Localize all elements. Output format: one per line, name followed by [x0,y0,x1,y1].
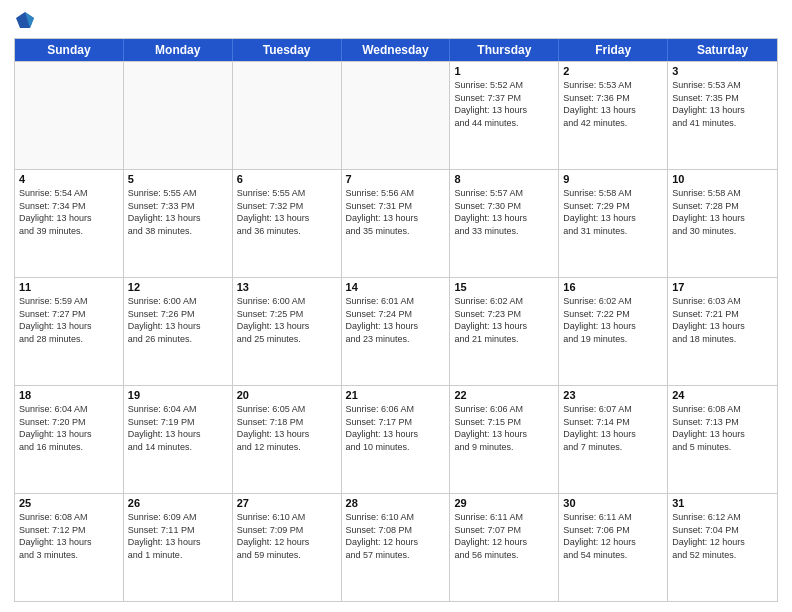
day-info: Sunrise: 6:02 AM Sunset: 7:22 PM Dayligh… [563,295,663,345]
weekday-header: Wednesday [342,39,451,61]
day-number: 28 [346,497,446,509]
weekday-header: Sunday [15,39,124,61]
calendar: SundayMondayTuesdayWednesdayThursdayFrid… [14,38,778,602]
calendar-cell: 30Sunrise: 6:11 AM Sunset: 7:06 PM Dayli… [559,494,668,601]
calendar-cell [15,62,124,169]
day-info: Sunrise: 6:08 AM Sunset: 7:13 PM Dayligh… [672,403,773,453]
calendar-row: 18Sunrise: 6:04 AM Sunset: 7:20 PM Dayli… [15,385,777,493]
calendar-cell: 21Sunrise: 6:06 AM Sunset: 7:17 PM Dayli… [342,386,451,493]
calendar-cell: 19Sunrise: 6:04 AM Sunset: 7:19 PM Dayli… [124,386,233,493]
day-info: Sunrise: 5:56 AM Sunset: 7:31 PM Dayligh… [346,187,446,237]
calendar-cell: 2Sunrise: 5:53 AM Sunset: 7:36 PM Daylig… [559,62,668,169]
day-number: 25 [19,497,119,509]
header [14,10,778,32]
day-number: 14 [346,281,446,293]
day-number: 1 [454,65,554,77]
day-number: 30 [563,497,663,509]
day-info: Sunrise: 5:57 AM Sunset: 7:30 PM Dayligh… [454,187,554,237]
day-number: 17 [672,281,773,293]
logo [14,10,40,32]
day-number: 21 [346,389,446,401]
calendar-cell: 12Sunrise: 6:00 AM Sunset: 7:26 PM Dayli… [124,278,233,385]
day-number: 31 [672,497,773,509]
calendar-cell: 29Sunrise: 6:11 AM Sunset: 7:07 PM Dayli… [450,494,559,601]
calendar-cell [233,62,342,169]
day-number: 8 [454,173,554,185]
calendar-row: 1Sunrise: 5:52 AM Sunset: 7:37 PM Daylig… [15,61,777,169]
calendar-cell: 23Sunrise: 6:07 AM Sunset: 7:14 PM Dayli… [559,386,668,493]
calendar-cell: 24Sunrise: 6:08 AM Sunset: 7:13 PM Dayli… [668,386,777,493]
day-number: 20 [237,389,337,401]
day-number: 15 [454,281,554,293]
day-number: 10 [672,173,773,185]
calendar-cell: 5Sunrise: 5:55 AM Sunset: 7:33 PM Daylig… [124,170,233,277]
calendar-cell: 11Sunrise: 5:59 AM Sunset: 7:27 PM Dayli… [15,278,124,385]
calendar-cell: 8Sunrise: 5:57 AM Sunset: 7:30 PM Daylig… [450,170,559,277]
calendar-cell: 28Sunrise: 6:10 AM Sunset: 7:08 PM Dayli… [342,494,451,601]
day-number: 9 [563,173,663,185]
calendar-cell: 13Sunrise: 6:00 AM Sunset: 7:25 PM Dayli… [233,278,342,385]
day-info: Sunrise: 6:04 AM Sunset: 7:20 PM Dayligh… [19,403,119,453]
calendar-cell: 14Sunrise: 6:01 AM Sunset: 7:24 PM Dayli… [342,278,451,385]
day-info: Sunrise: 5:55 AM Sunset: 7:32 PM Dayligh… [237,187,337,237]
day-info: Sunrise: 5:52 AM Sunset: 7:37 PM Dayligh… [454,79,554,129]
day-info: Sunrise: 5:53 AM Sunset: 7:35 PM Dayligh… [672,79,773,129]
day-number: 13 [237,281,337,293]
weekday-header: Friday [559,39,668,61]
calendar-cell: 27Sunrise: 6:10 AM Sunset: 7:09 PM Dayli… [233,494,342,601]
calendar-cell [342,62,451,169]
calendar-cell: 18Sunrise: 6:04 AM Sunset: 7:20 PM Dayli… [15,386,124,493]
day-number: 7 [346,173,446,185]
calendar-cell: 3Sunrise: 5:53 AM Sunset: 7:35 PM Daylig… [668,62,777,169]
page: SundayMondayTuesdayWednesdayThursdayFrid… [0,0,792,612]
calendar-cell: 7Sunrise: 5:56 AM Sunset: 7:31 PM Daylig… [342,170,451,277]
day-info: Sunrise: 5:53 AM Sunset: 7:36 PM Dayligh… [563,79,663,129]
calendar-row: 25Sunrise: 6:08 AM Sunset: 7:12 PM Dayli… [15,493,777,601]
calendar-cell: 16Sunrise: 6:02 AM Sunset: 7:22 PM Dayli… [559,278,668,385]
calendar-cell: 17Sunrise: 6:03 AM Sunset: 7:21 PM Dayli… [668,278,777,385]
day-number: 16 [563,281,663,293]
weekday-header: Thursday [450,39,559,61]
day-info: Sunrise: 6:09 AM Sunset: 7:11 PM Dayligh… [128,511,228,561]
day-info: Sunrise: 5:59 AM Sunset: 7:27 PM Dayligh… [19,295,119,345]
day-number: 11 [19,281,119,293]
calendar-cell: 9Sunrise: 5:58 AM Sunset: 7:29 PM Daylig… [559,170,668,277]
day-info: Sunrise: 6:00 AM Sunset: 7:26 PM Dayligh… [128,295,228,345]
calendar-header: SundayMondayTuesdayWednesdayThursdayFrid… [15,39,777,61]
day-info: Sunrise: 6:10 AM Sunset: 7:08 PM Dayligh… [346,511,446,561]
calendar-row: 11Sunrise: 5:59 AM Sunset: 7:27 PM Dayli… [15,277,777,385]
day-number: 27 [237,497,337,509]
calendar-row: 4Sunrise: 5:54 AM Sunset: 7:34 PM Daylig… [15,169,777,277]
day-number: 6 [237,173,337,185]
day-info: Sunrise: 6:10 AM Sunset: 7:09 PM Dayligh… [237,511,337,561]
day-number: 3 [672,65,773,77]
calendar-cell: 4Sunrise: 5:54 AM Sunset: 7:34 PM Daylig… [15,170,124,277]
calendar-cell: 10Sunrise: 5:58 AM Sunset: 7:28 PM Dayli… [668,170,777,277]
calendar-cell: 26Sunrise: 6:09 AM Sunset: 7:11 PM Dayli… [124,494,233,601]
calendar-cell: 25Sunrise: 6:08 AM Sunset: 7:12 PM Dayli… [15,494,124,601]
day-number: 26 [128,497,228,509]
day-number: 24 [672,389,773,401]
day-number: 23 [563,389,663,401]
day-info: Sunrise: 5:55 AM Sunset: 7:33 PM Dayligh… [128,187,228,237]
day-info: Sunrise: 6:12 AM Sunset: 7:04 PM Dayligh… [672,511,773,561]
day-info: Sunrise: 5:54 AM Sunset: 7:34 PM Dayligh… [19,187,119,237]
day-info: Sunrise: 6:03 AM Sunset: 7:21 PM Dayligh… [672,295,773,345]
calendar-cell [124,62,233,169]
day-number: 5 [128,173,228,185]
day-info: Sunrise: 6:11 AM Sunset: 7:06 PM Dayligh… [563,511,663,561]
calendar-cell: 15Sunrise: 6:02 AM Sunset: 7:23 PM Dayli… [450,278,559,385]
day-number: 4 [19,173,119,185]
day-info: Sunrise: 6:11 AM Sunset: 7:07 PM Dayligh… [454,511,554,561]
day-info: Sunrise: 6:06 AM Sunset: 7:15 PM Dayligh… [454,403,554,453]
day-number: 2 [563,65,663,77]
weekday-header: Tuesday [233,39,342,61]
calendar-cell: 1Sunrise: 5:52 AM Sunset: 7:37 PM Daylig… [450,62,559,169]
calendar-body: 1Sunrise: 5:52 AM Sunset: 7:37 PM Daylig… [15,61,777,601]
calendar-cell: 20Sunrise: 6:05 AM Sunset: 7:18 PM Dayli… [233,386,342,493]
day-number: 19 [128,389,228,401]
day-info: Sunrise: 5:58 AM Sunset: 7:29 PM Dayligh… [563,187,663,237]
day-info: Sunrise: 6:08 AM Sunset: 7:12 PM Dayligh… [19,511,119,561]
day-info: Sunrise: 6:01 AM Sunset: 7:24 PM Dayligh… [346,295,446,345]
weekday-header: Monday [124,39,233,61]
